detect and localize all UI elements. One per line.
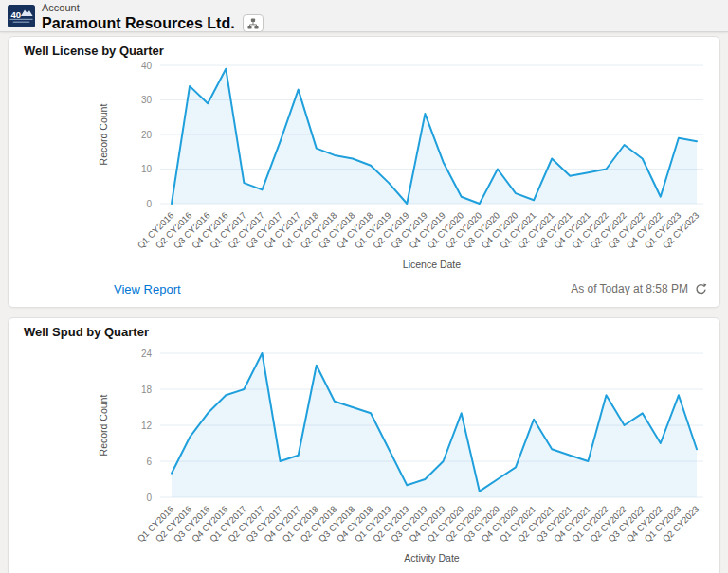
- well-license-card-footer: View Report As of Today at 8:58 PM: [9, 280, 719, 299]
- well-license-card: Well License by Quarter 010203040Q1 CY20…: [8, 36, 720, 308]
- x-axis-title: Licence Date: [403, 259, 461, 270]
- page-header: 40 Account Paramount Resources Ltd.: [0, 0, 728, 32]
- y-tick-label: 18: [141, 385, 153, 395]
- page-title: Paramount Resources Ltd.: [42, 14, 235, 32]
- y-tick-label: 12: [141, 421, 153, 431]
- x-axis-title: Activity Date: [404, 552, 460, 564]
- well-license-chart[interactable]: 010203040Q1 CY2016Q2 CY2016Q3 CY2016Q4 C…: [9, 58, 719, 281]
- as-of-timestamp: As of Today at 8:58 PM: [571, 282, 688, 295]
- well-license-card-title: Well License by Quarter: [24, 44, 164, 58]
- logo-40-text: 40: [11, 9, 22, 20]
- view-report-link[interactable]: View Report: [114, 282, 181, 296]
- hierarchy-icon: [247, 18, 259, 29]
- record-type-label: Account: [42, 2, 264, 14]
- y-axis-title: Record Count: [98, 104, 109, 166]
- y-tick-label: 24: [141, 349, 153, 359]
- y-tick-label: 6: [146, 457, 152, 467]
- hierarchy-button[interactable]: [243, 14, 264, 32]
- y-tick-label: 0: [146, 492, 152, 503]
- y-axis-title: Record Count: [98, 395, 109, 457]
- well-spud-card: Well Spud by Quarter 06121824Q1 CY2016Q2…: [8, 317, 720, 573]
- refresh-icon: [695, 283, 707, 295]
- y-tick-label: 30: [141, 95, 153, 105]
- y-tick-label: 40: [141, 61, 153, 71]
- company-logo: 40: [8, 5, 35, 27]
- well-spud-chart[interactable]: 06121824Q1 CY2016Q2 CY2016Q3 CY2016Q4 CY…: [9, 346, 719, 569]
- y-tick-label: 0: [146, 199, 152, 209]
- y-tick-label: 10: [141, 164, 153, 174]
- y-tick-label: 20: [141, 130, 153, 140]
- well-spud-card-title: Well Spud by Quarter: [24, 325, 149, 339]
- refresh-button[interactable]: [695, 283, 707, 295]
